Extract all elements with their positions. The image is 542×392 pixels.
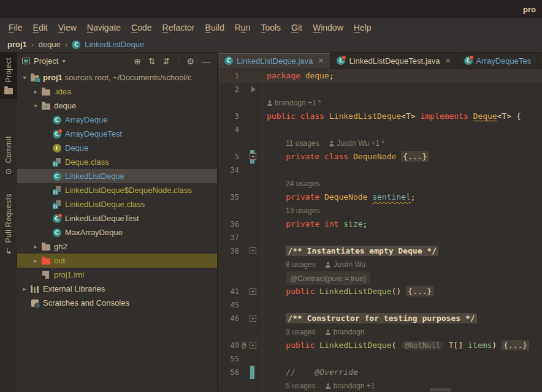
menu-item-run[interactable]: Run (230, 21, 256, 34)
menu-item-build[interactable]: Build (200, 21, 229, 34)
hide-panel-icon[interactable]: — (200, 57, 212, 66)
menu-item-git[interactable]: Git (286, 21, 307, 34)
menu-item-edit[interactable]: Edit (28, 21, 53, 34)
tool-window-button-pull-requests[interactable]: Pull Requests↳ (0, 189, 17, 260)
line-number: 56 (218, 366, 239, 379)
code-line-4[interactable]: 4 (218, 123, 542, 137)
menu-item-view[interactable]: View (53, 21, 82, 34)
code-line-35[interactable]: 35 private DequeNode sentinel; (218, 190, 542, 204)
code-line-2[interactable]: 2 (218, 83, 542, 96)
tree-item-proj1[interactable]: ▾proj1 sources root, ~/Documents/school/… (17, 70, 217, 85)
editor-gutter: 36 (218, 217, 262, 231)
tree-item-deque-class[interactable]: Deque.class (17, 155, 217, 169)
author-hint[interactable]: brandogn (326, 325, 365, 339)
usages-hint[interactable]: 8 usages (286, 258, 316, 271)
folded-region[interactable]: {...} (406, 286, 433, 296)
settings-icon[interactable]: ⚙ (185, 57, 196, 66)
menu-item-navigate[interactable]: Navigate (82, 21, 126, 34)
fold-expand-icon[interactable]: + (250, 153, 256, 160)
code-line-56[interactable]: 56 // @Override (218, 366, 542, 379)
tree-item-arraydeque[interactable]: CArrayDeque (17, 113, 217, 127)
tree-item-linkedlistdequetest[interactable]: CLinkedListDequeTest (17, 211, 217, 225)
menu-item-code[interactable]: Code (126, 21, 156, 34)
folded-region[interactable]: /** Instantiates empty Deque */ (286, 246, 438, 256)
code-line-34[interactable]: 34 (218, 164, 542, 177)
editor-tab-arraydequetes[interactable]: CArrayDequeTes (458, 53, 538, 69)
code-line-49[interactable]: 49@+ public LinkedListDeque( @NotNull T[… (218, 339, 542, 352)
breadcrumb-leaf[interactable]: LinkedListDeque (85, 40, 144, 49)
editor-tab-linkedlistdeque-java[interactable]: CLinkedListDeque.java✕ (218, 53, 330, 69)
folded-region[interactable]: /** Constructor for testing purposes */ (286, 313, 476, 323)
code-line-41[interactable]: 41+ public LinkedListDeque() {...} (218, 285, 542, 298)
tree-item-external-libraries[interactable]: ▸External Libraries (17, 282, 217, 296)
tab-close-icon[interactable]: ✕ (318, 56, 324, 65)
author-hint[interactable]: Justin Wu +1 * (329, 137, 384, 150)
usages-hint[interactable]: 13 usages (286, 204, 319, 217)
code-line-37[interactable]: 37 (218, 231, 542, 244)
fold-expand-icon[interactable]: + (250, 342, 256, 349)
code-line-45[interactable]: 45 (218, 298, 542, 312)
tree-item-arraydequetest[interactable]: CArrayDequeTest (17, 127, 217, 141)
editor-gutter (218, 258, 262, 271)
menu-item-help[interactable]: Help (349, 21, 376, 34)
tree-item-deque[interactable]: IDeque (17, 141, 217, 155)
code-line-46[interactable]: 46+ /** Constructor for testing purposes… (218, 312, 542, 325)
tree-item-scratches-and-consoles[interactable]: Scratches and Consoles (17, 296, 217, 310)
usages-hint[interactable]: 5 usages (286, 379, 316, 391)
contract-annotation-hint[interactable]: @Contract(pure = true) (286, 271, 370, 285)
tree-item-linkedlistdeque-dequenode-class[interactable]: LinkedListDeque$DequeNode.class (17, 183, 217, 197)
menu-item-file[interactable]: File (4, 21, 28, 34)
chevron-right-icon[interactable]: ▸ (31, 257, 40, 264)
tree-item-idea[interactable]: ▸.idea (17, 85, 217, 99)
tree-item-out[interactable]: ▸out (17, 254, 217, 268)
external-annotation-icon[interactable]: @ (242, 339, 246, 352)
expand-all-icon[interactable]: ⇅ (147, 57, 158, 66)
fold-expand-icon[interactable]: + (250, 288, 256, 295)
code-line-3[interactable]: 3public class LinkedListDeque<T> impleme… (218, 110, 542, 123)
menu-item-tools[interactable]: Tools (256, 21, 286, 34)
fold-expand-icon[interactable]: + (250, 315, 256, 322)
folded-region[interactable]: {...} (502, 340, 529, 350)
inlay-hint-row: 13 usages (218, 204, 542, 217)
usages-hint[interactable]: 24 usages (286, 177, 319, 190)
code-line-5[interactable]: 5+ private class DequeNode {...} (218, 150, 542, 164)
chevron-down-icon[interactable]: ▾ (20, 74, 29, 81)
tree-item-linkedlistdeque-class[interactable]: LinkedListDeque.class (17, 197, 217, 211)
code-line-55[interactable]: 55 (218, 352, 542, 366)
breadcrumb-segment-deque[interactable]: deque (38, 40, 60, 49)
code-line-content: public class LinkedListDeque<T> implemen… (262, 110, 542, 123)
menu-item-refactor[interactable]: Refactor (158, 21, 200, 34)
code-editor[interactable]: 1package deque;2brandogn +1 *3public cla… (218, 69, 542, 391)
tool-window-button-commit[interactable]: Commit⊙ (0, 131, 17, 180)
tree-item-proj1-iml[interactable]: proj1.iml (17, 268, 217, 282)
code-line-36[interactable]: 36 private int size; (218, 217, 542, 231)
chevron-right-icon[interactable]: ▸ (31, 243, 40, 250)
author-hint[interactable]: Justin Wu (326, 258, 365, 271)
tool-window-label: Commit (4, 136, 13, 163)
code-line-1[interactable]: 1package deque; (218, 69, 542, 83)
chevron-down-icon[interactable]: ▾ (62, 58, 65, 64)
chevron-down-icon[interactable]: ▾ (31, 102, 40, 109)
tree-item-linkedlistdeque[interactable]: CLinkedListDeque (17, 169, 217, 183)
fold-expand-icon[interactable]: + (250, 247, 256, 254)
tab-close-icon[interactable]: ✕ (445, 56, 451, 65)
tool-window-button-project[interactable]: Project (0, 53, 17, 99)
tool-window-label: Project (4, 58, 13, 83)
collapse-all-icon[interactable]: ⇵ (161, 57, 172, 66)
usages-hint[interactable]: 11 usages (286, 137, 319, 150)
chevron-right-icon[interactable]: ▸ (31, 88, 40, 95)
tree-item-maxarraydeque[interactable]: CMaxArrayDeque (17, 225, 217, 239)
usages-hint[interactable]: 3 usages (286, 325, 316, 339)
code-line-38[interactable]: 38+ /** Instantiates empty Deque */ (218, 244, 542, 258)
menu-item-window[interactable]: Window (308, 21, 348, 34)
tree-item-gh2[interactable]: ▸gh2 (17, 239, 217, 254)
author-hint[interactable]: brandogn +1 * (267, 96, 321, 110)
locate-file-icon[interactable]: ⊕ (132, 57, 143, 66)
code-line-content: package deque; (262, 69, 542, 83)
tree-item-deque[interactable]: ▾deque (17, 99, 217, 113)
editor-tab-linkedlistdequetest-java[interactable]: CLinkedListDequeTest.java✕ (330, 53, 457, 69)
folded-region[interactable]: {...} (401, 151, 429, 162)
chevron-right-icon[interactable]: ▸ (20, 285, 29, 292)
breadcrumb-segment-proj1[interactable]: proj1 (7, 40, 27, 49)
author-hint[interactable]: brandogn +1 (326, 379, 375, 391)
